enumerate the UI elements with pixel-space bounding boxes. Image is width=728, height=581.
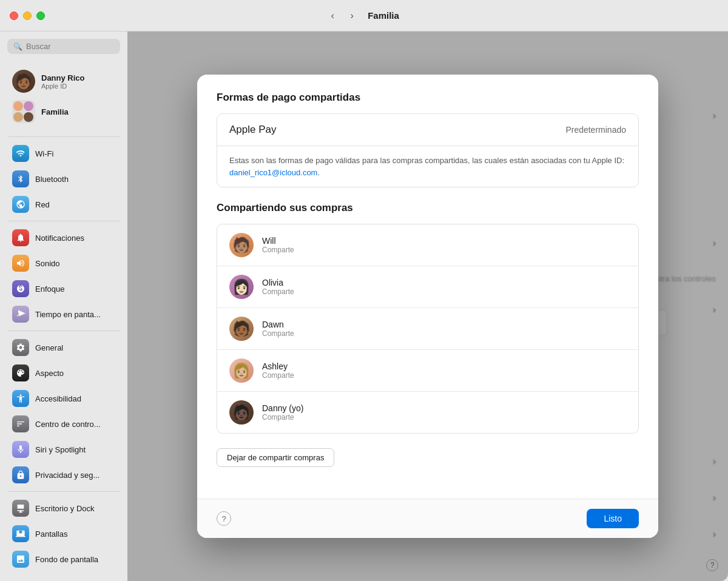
member-status-olivia: Comparte [262,287,626,296]
sidebar-item-appearance[interactable]: Aspecto [2,360,125,386]
window-title: Familia [368,10,399,21]
purchases-section-title: Compartiendo sus compras [217,202,639,214]
title-bar: ‹ › Familia [0,0,728,32]
payment-method-name: Apple Pay [229,124,277,136]
sidebar-item-wifi[interactable]: Wi-Fi [2,141,125,166]
payment-card: Apple Pay Predeterminado Estas son las f… [217,113,639,187]
sidebar-item-label: Red [35,200,50,209]
sidebar-item-display[interactable]: Pantallas [2,521,125,546]
member-item-olivia[interactable]: 👩🏻 Olivia Comparte [217,266,638,308]
payment-row: Apple Pay Predeterminado [217,114,638,146]
screentime-icon [12,306,29,323]
sidebar-item-control[interactable]: Centro de contro... [2,411,125,437]
done-button[interactable]: Listo [587,509,639,528]
sidebar-item-privacy[interactable]: Privacidad y seg... [2,462,125,488]
search-input[interactable] [26,42,114,51]
member-info-dawn: Dawn Comparte [262,320,626,338]
search-icon: 🔍 [13,42,22,51]
general-icon [12,339,29,356]
family-label: Familia [41,107,115,116]
title-nav: ‹ › Familia [324,7,404,24]
sidebar-divider-2 [7,221,120,221]
sidebar-item-label: General [35,343,63,352]
sidebar-item-desktop[interactable]: Escritorio y Dock [2,495,125,521]
user-info: Danny Rico Apple ID [41,73,115,90]
sidebar-item-label: Sonido [35,259,59,268]
member-avatar-ashley: 👩🏼 [229,358,254,383]
sidebar-divider [7,136,120,137]
sidebar-item-label: Wi-Fi [35,149,53,158]
family-item[interactable]: Familia [7,96,120,127]
user-section: 🧑🏾 Danny Rico Apple ID Fam [0,61,127,132]
sidebar-item-network[interactable]: Red [2,192,125,217]
user-profile-item[interactable]: 🧑🏾 Danny Rico Apple ID [7,66,120,96]
stop-sharing-button[interactable]: Dejar de compartir compras [217,448,334,467]
network-icon [12,196,29,213]
member-info-danny: Danny (yo) Comparte [262,403,626,421]
accessibility-icon [12,390,29,407]
privacy-icon [12,466,29,483]
sidebar-item-label: Escritorio y Dock [35,504,95,513]
member-avatar-will: 🧑🏽 [229,233,254,257]
user-name: Danny Rico [41,73,115,82]
sidebar-item-accessibility[interactable]: Accesibilidad [2,386,125,411]
sidebar-item-sound[interactable]: Sonido [2,250,125,276]
payment-badge: Predeterminado [565,125,626,135]
close-button[interactable] [10,12,18,20]
sidebar-item-label: Tiempo en panta... [35,310,101,319]
member-name-olivia: Olivia [262,278,626,287]
sidebar-divider-3 [7,331,120,331]
sidebar-item-bluetooth[interactable]: Bluetooth [2,166,125,192]
main-window: ‹ › Familia 🔍 🧑🏾 Danny Rico A [0,0,728,581]
search-bar[interactable]: 🔍 [7,39,120,54]
payment-email-link[interactable]: daniel_rico1@icloud.com [229,168,317,177]
desktop-icon [12,500,29,517]
member-info-will: Will Comparte [262,236,626,254]
modal-help-button[interactable]: ? [217,511,231,526]
display-icon [12,525,29,542]
member-status-danny: Comparte [262,413,626,421]
member-name-will: Will [262,236,626,246]
sidebar-item-label: Enfoque [35,284,64,294]
window-controls [10,12,45,20]
member-info-ashley: Ashley Comparte [262,361,626,380]
member-item-danny[interactable]: 🧑🏿 Danny (yo) Comparte [217,392,638,433]
member-item-will[interactable]: 🧑🏽 Will Comparte [217,224,638,266]
sidebar-item-label: Siri y Spotlight [35,445,86,454]
member-avatar-danny: 🧑🏿 [229,400,254,425]
member-status-ashley: Comparte [262,371,626,380]
sidebar-item-general[interactable]: General [2,335,125,360]
back-button[interactable]: ‹ [324,7,341,24]
payment-desc-text-2: . [317,168,320,177]
sidebar-item-label: Fondo de pantalla [35,555,98,564]
minimize-button[interactable] [23,12,32,20]
user-avatar: 🧑🏾 [12,70,35,93]
purchases-list: 🧑🏽 Will Comparte 👩🏻 [217,224,639,434]
sidebar-item-siri[interactable]: Siri y Spotlight [2,437,125,462]
modal: Formas de pago compartidas Apple Pay Pre… [197,75,658,538]
wallpaper-icon [12,551,29,568]
siri-icon [12,441,29,458]
sound-icon [12,255,29,272]
modal-overlay: Formas de pago compartidas Apple Pay Pre… [127,32,728,581]
sidebar-item-focus[interactable]: Enfoque [2,276,125,301]
member-item-ashley[interactable]: 👩🏼 Ashley Comparte [217,350,638,392]
sidebar-item-label: Notificaciones [35,233,84,243]
member-item-dawn[interactable]: 🧑🏾 Dawn Comparte [217,308,638,350]
maximize-button[interactable] [36,12,45,20]
sidebar-item-label: Bluetooth [35,175,69,184]
wifi-icon [12,145,29,162]
member-name-ashley: Ashley [262,361,626,371]
member-status-dawn: Comparte [262,329,626,338]
sidebar-item-notifications[interactable]: Notificaciones [2,225,125,250]
sidebar-divider-4 [7,491,120,492]
sidebar-item-label: Centro de contro... [35,420,101,429]
sidebar-item-screentime[interactable]: Tiempo en panta... [2,301,125,327]
sidebar-item-label: Pantallas [35,529,67,539]
payment-description: Estas son las formas de pago válidas par… [217,146,638,187]
sidebar-item-label: Aspecto [35,369,64,378]
sidebar-item-label: Accesibilidad [35,394,81,403]
appearance-icon [12,364,29,381]
forward-button[interactable]: › [343,7,360,24]
sidebar-item-wallpaper[interactable]: Fondo de pantalla [2,546,125,572]
